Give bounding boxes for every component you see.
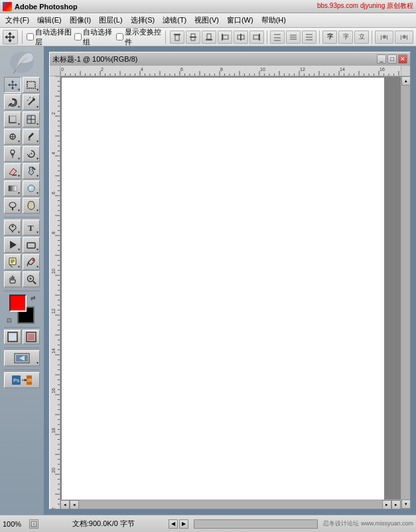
status-info-btn[interactable] [29, 519, 38, 529]
distribute-top-btn[interactable] [270, 31, 285, 44]
show-transform-group: 显示变换控件 [116, 27, 161, 47]
align-hcenter-btn[interactable] [234, 31, 248, 44]
move-tool-icon[interactable] [3, 30, 18, 44]
move-tool-btn[interactable]: ▾ [4, 77, 21, 93]
notes-btn[interactable]: ▾ [4, 254, 21, 270]
select-corner: ▾ [36, 88, 38, 92]
menu-image[interactable]: 图像(I) [66, 14, 95, 27]
brush-corner: ▾ [36, 139, 38, 143]
svg-text:Ps: Ps [13, 377, 19, 383]
quickmask-mode-btn[interactable] [23, 330, 40, 344]
align-bottom-btn[interactable] [202, 31, 216, 44]
heal-btn[interactable]: ▾ [4, 129, 21, 145]
hscroll-nav-right[interactable]: ▸ [382, 500, 391, 509]
gradient-btn[interactable]: ▾ [4, 180, 21, 196]
auto-select-group-checkbox[interactable] [74, 33, 82, 40]
menu-window[interactable]: 窗口(W) [223, 14, 257, 27]
tool-row-1: ▾ ▾ [4, 77, 40, 93]
standard-mode-btn[interactable] [4, 330, 21, 344]
heal-corner: ▾ [18, 139, 20, 143]
ruler-corner [50, 66, 60, 76]
foreground-color[interactable] [9, 295, 27, 312]
sponge-btn[interactable]: ▾ [23, 198, 40, 214]
menu-layer[interactable]: 图层(L) [95, 14, 126, 27]
options-sep3 [267, 31, 267, 44]
menu-select[interactable]: 选择(S) [127, 14, 159, 27]
distribute-bottom-btn[interactable] [302, 31, 316, 44]
align-text-btn[interactable]: 立 [354, 31, 369, 44]
shape-corner: ▾ [36, 247, 38, 251]
swap-colors-icon[interactable]: ⇌ [31, 295, 36, 301]
menu-edit[interactable]: 编辑(E) [33, 14, 66, 27]
status-watermark: 忍冬设计论坛 www.missyuan.com [323, 519, 413, 528]
distribute-vcenter-btn[interactable] [286, 31, 301, 44]
eyedropper-btn[interactable]: ▾ [23, 254, 40, 270]
vscroll-track[interactable] [401, 86, 410, 499]
canvas-scroll[interactable] [60, 76, 401, 499]
align-left-btn[interactable] [218, 31, 232, 44]
default-colors-icon[interactable]: ⊡ [7, 317, 12, 324]
align-vcenter-btn[interactable] [186, 31, 200, 44]
transform-btn2[interactable]: |⊕| [395, 31, 413, 44]
dodge-btn[interactable]: ▾ [4, 198, 21, 214]
vscroll-down-btn[interactable]: ▾ [401, 499, 410, 509]
slice-btn[interactable]: 01 ▾ [23, 111, 40, 127]
menu-filter[interactable]: 滤镜(T) [159, 14, 190, 27]
text-btn[interactable]: T ▾ [23, 220, 40, 235]
crop-btn[interactable]: ▾ [4, 111, 21, 127]
menu-file[interactable]: 文件(F) [1, 14, 33, 27]
hscroll-right-btn[interactable]: ▸ [391, 500, 401, 509]
status-next-btn[interactable]: ▶ [179, 519, 188, 529]
zoom-level: 100% [3, 520, 27, 528]
screen-mode-btn[interactable]: ▾ [4, 350, 40, 366]
menu-help[interactable]: 帮助(H) [257, 14, 290, 27]
tool-row-10: ▾ ▾ [4, 237, 40, 253]
show-transform-checkbox[interactable] [116, 33, 123, 40]
select-rect-btn[interactable]: ▾ [23, 77, 40, 93]
brush-btn[interactable]: ▾ [23, 129, 40, 145]
svg-line-39 [33, 167, 35, 170]
doc-close-btn[interactable]: ✕ [398, 54, 407, 64]
auto-select-layer-checkbox[interactable] [27, 33, 34, 40]
align-right-btn[interactable] [249, 31, 264, 44]
tool-row-9: ▾ T ▾ [4, 220, 40, 235]
shape-btn[interactable]: ▾ [23, 237, 40, 253]
vscroll-up-btn[interactable]: ▴ [401, 76, 410, 86]
fill-btn[interactable]: ▾ [23, 163, 40, 179]
svg-rect-60 [9, 334, 16, 340]
align-top-btn[interactable] [170, 31, 184, 44]
tool-sep1 [4, 217, 40, 218]
hscroll-left-btn[interactable]: ◂ [60, 500, 70, 509]
tool-row-8: ▾ ▾ [4, 198, 40, 214]
options-right: 字 字 立 |⊕| |⊕| [170, 31, 413, 44]
path-select-btn[interactable]: ▾ [4, 237, 21, 253]
history-btn[interactable]: ▾ [23, 146, 40, 162]
options-sep1 [22, 31, 23, 44]
eraser-btn[interactable]: ▾ [4, 163, 21, 179]
doc-maximize-btn[interactable]: □ [387, 54, 397, 64]
svg-line-23 [9, 104, 10, 106]
lasso-corner: ▾ [18, 105, 20, 109]
imageready-btn[interactable]: Ps IR [4, 372, 40, 388]
status-nav: ◀ ▶ [169, 519, 188, 529]
transform-btn1[interactable]: |⊕| [375, 31, 393, 44]
screen-corner: ▾ [36, 361, 38, 365]
magic-wand-btn[interactable]: ▾ [23, 94, 40, 110]
char-spacing-btn[interactable]: 字 [322, 31, 337, 44]
line-spacing-btn[interactable]: 字 [338, 31, 353, 44]
svg-rect-62 [28, 334, 35, 340]
blur-btn[interactable]: ▾ [23, 180, 40, 196]
doc-minimize-btn[interactable]: _ [377, 54, 386, 64]
menu-view[interactable]: 视图(V) [190, 14, 223, 27]
hand-btn[interactable] [4, 271, 21, 287]
status-prev-btn[interactable]: ◀ [169, 519, 178, 529]
hscroll-track[interactable] [79, 500, 382, 509]
svg-point-43 [9, 202, 16, 208]
clone-btn[interactable]: ▾ [4, 146, 21, 162]
zoom-btn[interactable] [23, 271, 40, 287]
hscroll-bottom [194, 519, 318, 529]
pen-btn[interactable]: ▾ [4, 220, 21, 235]
lasso-btn[interactable]: ▾ [4, 94, 21, 110]
hscroll-nav-left[interactable]: ◂ [70, 500, 79, 509]
show-transform-label: 显示变换控件 [125, 27, 161, 47]
